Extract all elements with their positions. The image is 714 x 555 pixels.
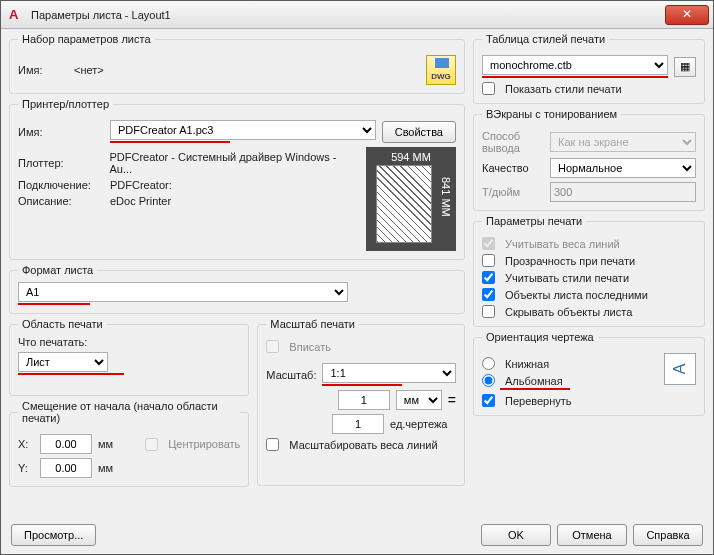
paper-preview: 594 MM 841 MM <box>366 147 456 251</box>
titlebar: A Параметры листа - Layout1 ✕ <box>1 1 713 29</box>
trans-label: Прозрачность при печати <box>505 255 635 267</box>
y-input[interactable] <box>40 458 92 478</box>
area-group: Область печати Что печатать: Лист <box>9 318 249 396</box>
viewport-legend: ВЭкраны с тонированием <box>482 108 621 120</box>
cancel-button[interactable]: Отмена <box>557 524 627 546</box>
x-unit: мм <box>98 438 113 450</box>
portrait-label: Книжная <box>505 358 549 370</box>
show-styles-label: Показать стили печати <box>505 83 622 95</box>
last-label: Объекты листа последними <box>505 289 648 301</box>
equals-icon: = <box>448 392 456 408</box>
show-styles-checkbox[interactable] <box>482 82 495 95</box>
plotter-label: Плоттер: <box>18 157 103 169</box>
connection-value: PDFCreator: <box>110 179 172 191</box>
printer-name-select[interactable]: PDFCreator A1.pc3 <box>110 120 376 140</box>
pageset-legend: Набор параметров листа <box>18 33 155 45</box>
plotstyle-legend: Таблица стилей печати <box>482 33 609 45</box>
page-setup-dialog: A Параметры листа - Layout1 ✕ Набор пара… <box>0 0 714 555</box>
x-input[interactable] <box>40 434 92 454</box>
scale-lw-checkbox[interactable] <box>266 438 279 451</box>
plotopts-group: Параметры печати Учитывать веса линий Пр… <box>473 215 705 327</box>
pageset-name-value: <нет> <box>74 64 420 76</box>
printer-name-label: Имя: <box>18 126 104 138</box>
what-to-plot-label: Что печатать: <box>18 336 240 348</box>
pageset-name-label: Имя: <box>18 64 68 76</box>
app-icon: A <box>9 7 25 23</box>
fit-checkbox <box>266 340 279 353</box>
scale-select[interactable]: 1:1 <box>322 363 456 383</box>
y-label: Y: <box>18 462 34 474</box>
paper-group: Формат листа A1 <box>9 264 465 314</box>
scale-label: Масштаб: <box>266 369 316 381</box>
orient-group: Ориентация чертежа Книжная Альбомная Пер… <box>473 331 705 416</box>
y-unit: мм <box>98 462 113 474</box>
description-label: Описание: <box>18 195 104 207</box>
paper-legend: Формат листа <box>18 264 97 276</box>
hide-checkbox[interactable] <box>482 305 495 318</box>
last-checkbox[interactable] <box>482 288 495 301</box>
lw-label: Учитывать веса линий <box>505 238 620 250</box>
pageset-group: Набор параметров листа Имя: <нет> DWG <box>9 33 465 94</box>
paper-size-select[interactable]: A1 <box>18 282 348 302</box>
orientation-icon: A <box>664 353 696 385</box>
scale-den-input[interactable] <box>332 414 384 434</box>
drawing-units-label: ед.чертежа <box>390 418 456 430</box>
landscape-radio[interactable] <box>482 374 495 387</box>
shade-mode-select: Как на экране <box>550 132 696 152</box>
scale-unit-select[interactable]: мм <box>396 390 442 410</box>
quality-select[interactable]: Нормальное <box>550 158 696 178</box>
plotstyle-select[interactable]: monochrome.ctb <box>482 55 668 75</box>
x-label: X: <box>18 438 34 450</box>
preview-height: 841 MM <box>440 177 452 217</box>
connection-label: Подключение: <box>18 179 104 191</box>
offset-legend: Смещение от начала (начало области печат… <box>18 400 240 424</box>
ok-button[interactable]: OK <box>481 524 551 546</box>
center-checkbox <box>145 438 158 451</box>
dpi-label: Т/дюйм <box>482 186 544 198</box>
help-button[interactable]: Справка <box>633 524 703 546</box>
offset-group: Смещение от начала (начало области печат… <box>9 400 249 487</box>
printer-properties-button[interactable]: Свойства <box>382 121 456 143</box>
description-value: eDoc Printer <box>110 195 171 207</box>
dwg-icon: DWG <box>426 55 456 85</box>
scale-legend: Масштаб печати <box>266 318 359 330</box>
viewport-group: ВЭкраны с тонированием Способ выводаКак … <box>473 108 705 211</box>
plotstyle-edit-button[interactable]: ▦ <box>674 57 696 77</box>
close-button[interactable]: ✕ <box>665 5 709 25</box>
shade-mode-label: Способ вывода <box>482 130 544 154</box>
printer-group: Принтер/плоттер Имя: PDFCreator A1.pc3 С… <box>9 98 465 260</box>
upside-checkbox[interactable] <box>482 394 495 407</box>
plotter-value: PDFCreator - Системный драйвер Windows -… <box>109 151 360 175</box>
quality-label: Качество <box>482 162 544 174</box>
plotstyle-group: Таблица стилей печати monochrome.ctb ▦ П… <box>473 33 705 104</box>
fit-label: Вписать <box>289 341 331 353</box>
scale-group: Масштаб печати Вписать Масштаб: 1:1 <box>257 318 465 486</box>
window-title: Параметры листа - Layout1 <box>31 9 665 21</box>
scale-num-input[interactable] <box>338 390 390 410</box>
what-to-plot-select[interactable]: Лист <box>18 352 108 372</box>
lw-checkbox <box>482 237 495 250</box>
orient-legend: Ориентация чертежа <box>482 331 598 343</box>
hide-label: Скрывать объекты листа <box>505 306 632 318</box>
footer: Просмотр... OK Отмена Справка <box>9 518 705 548</box>
landscape-label: Альбомная <box>505 375 563 387</box>
upside-label: Перевернуть <box>505 395 572 407</box>
styles-checkbox[interactable] <box>482 271 495 284</box>
center-label: Центрировать <box>168 438 240 450</box>
dpi-input <box>550 182 696 202</box>
scale-lw-label: Масштабировать веса линий <box>289 439 437 451</box>
preview-button[interactable]: Просмотр... <box>11 524 96 546</box>
plotopts-legend: Параметры печати <box>482 215 586 227</box>
printer-legend: Принтер/плоттер <box>18 98 113 110</box>
trans-checkbox[interactable] <box>482 254 495 267</box>
area-legend: Область печати <box>18 318 107 330</box>
preview-width: 594 MM <box>366 151 456 163</box>
styles-label: Учитывать стили печати <box>505 272 629 284</box>
portrait-radio[interactable] <box>482 357 495 370</box>
